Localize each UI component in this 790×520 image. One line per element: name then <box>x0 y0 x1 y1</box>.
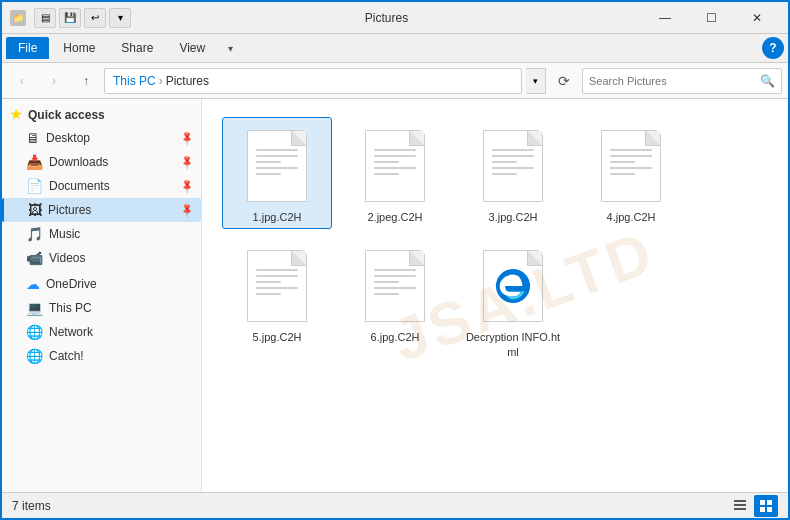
quick-access-label: Quick access <box>28 108 105 122</box>
maximize-button[interactable]: ☐ <box>688 2 734 34</box>
search-input[interactable] <box>589 75 760 87</box>
file-name-1jpg: 1.jpg.C2H <box>253 210 302 224</box>
doc-lines <box>374 269 416 299</box>
sidebar-item-label-music: Music <box>49 227 80 241</box>
sidebar-item-label-documents: Documents <box>49 179 110 193</box>
sidebar-item-label-onedrive: OneDrive <box>46 277 97 291</box>
sidebar-item-label-network: Network <box>49 325 93 339</box>
file-item-1jpg[interactable]: 1.jpg.C2H <box>222 117 332 229</box>
qat-undo-button[interactable]: ↩ <box>84 8 106 28</box>
sidebar-item-downloads[interactable]: 📥 Downloads 📌 <box>2 150 201 174</box>
pin-icon-desktop: 📌 <box>179 130 195 146</box>
file-icon-1jpg <box>242 126 312 206</box>
search-icon[interactable]: 🔍 <box>760 74 775 88</box>
quick-access-toolbar: ▤ 💾 ↩ ▾ <box>34 8 131 28</box>
sidebar-item-documents[interactable]: 📄 Documents 📌 <box>2 174 201 198</box>
file-item-3jpg[interactable]: 3.jpg.C2H <box>458 117 568 229</box>
main-area: ★ Quick access 🖥 Desktop 📌 📥 Downloads 📌… <box>2 99 788 492</box>
document-page-icon <box>247 250 307 322</box>
file-item-decryption[interactable]: Decryption INFO.html <box>458 237 568 364</box>
sidebar-item-label-desktop: Desktop <box>46 131 90 145</box>
edge-icon <box>494 267 532 305</box>
forward-button[interactable]: › <box>40 68 68 94</box>
star-icon: ★ <box>10 107 22 122</box>
ribbon: File Home Share View ▾ ? <box>2 34 788 63</box>
file-name-decryption: Decryption INFO.html <box>465 330 561 359</box>
file-icon-2jpeg <box>360 126 430 206</box>
svg-rect-1 <box>734 500 746 502</box>
doc-lines <box>256 269 298 299</box>
sidebar-item-label-videos: Videos <box>49 251 85 265</box>
file-grid: 1.jpg.C2H <box>222 109 768 372</box>
search-box[interactable]: 🔍 <box>582 68 782 94</box>
svg-rect-5 <box>767 500 772 505</box>
sidebar-item-network[interactable]: 🌐 Network <box>2 320 201 344</box>
downloads-folder-icon: 📥 <box>26 154 43 170</box>
sidebar-item-onedrive[interactable]: ☁ OneDrive <box>2 272 201 296</box>
document-page-icon <box>365 130 425 202</box>
tab-view[interactable]: View <box>167 37 217 59</box>
file-item-6jpg[interactable]: 6.jpg.C2H <box>340 237 450 364</box>
title-bar-system-icons: 📁 <box>10 10 26 26</box>
desktop-folder-icon: 🖥 <box>26 130 40 146</box>
path-segment-thispc[interactable]: This PC <box>113 74 156 88</box>
quick-access-header[interactable]: ★ Quick access <box>2 103 201 126</box>
file-item-2jpeg[interactable]: 2.jpeg.C2H <box>340 117 450 229</box>
address-path[interactable]: This PC › Pictures <box>104 68 522 94</box>
file-icon-5jpg <box>242 246 312 326</box>
back-button[interactable]: ‹ <box>8 68 36 94</box>
sidebar-item-music[interactable]: 🎵 Music <box>2 222 201 246</box>
doc-lines <box>374 149 416 179</box>
sidebar-item-catch[interactable]: 🌐 Catch! <box>2 344 201 368</box>
document-page-icon <box>365 250 425 322</box>
sidebar-section-other: ☁ OneDrive 💻 This PC 🌐 Network 🌐 Catch! <box>2 272 201 368</box>
address-dropdown-button[interactable]: ▾ <box>526 68 546 94</box>
tab-home[interactable]: Home <box>51 37 107 59</box>
sidebar-item-thispc[interactable]: 💻 This PC <box>2 296 201 320</box>
sidebar-item-desktop[interactable]: 🖥 Desktop 📌 <box>2 126 201 150</box>
tab-file[interactable]: File <box>6 37 49 59</box>
sidebar-item-videos[interactable]: 📹 Videos <box>2 246 201 270</box>
document-page-icon <box>247 130 307 202</box>
svg-rect-2 <box>734 504 746 506</box>
window-title: Pictures <box>131 11 642 25</box>
grid-view-icon <box>759 499 773 513</box>
sidebar-section-quickaccess: ★ Quick access 🖥 Desktop 📌 📥 Downloads 📌… <box>2 103 201 270</box>
close-button[interactable]: ✕ <box>734 2 780 34</box>
up-button[interactable]: ↑ <box>72 68 100 94</box>
app-icon: 📁 <box>10 10 26 26</box>
ribbon-expand-icon[interactable]: ▾ <box>219 37 241 59</box>
qat-dropdown-button[interactable]: ▾ <box>109 8 131 28</box>
list-view-button[interactable] <box>728 495 752 517</box>
tab-share[interactable]: Share <box>109 37 165 59</box>
qat-save-button[interactable]: 💾 <box>59 8 81 28</box>
file-name-3jpg: 3.jpg.C2H <box>489 210 538 224</box>
file-icon-decryption <box>478 246 548 326</box>
onedrive-icon: ☁ <box>26 276 40 292</box>
file-item-5jpg[interactable]: 5.jpg.C2H <box>222 237 332 364</box>
catch-icon: 🌐 <box>26 348 43 364</box>
item-count: 7 items <box>12 499 51 513</box>
path-segment-pictures[interactable]: Pictures <box>166 74 209 88</box>
sidebar-item-pictures[interactable]: 🖼 Pictures 📌 <box>2 198 201 222</box>
help-button[interactable]: ? <box>762 37 784 59</box>
svg-rect-7 <box>767 507 772 512</box>
ribbon-tabs: File Home Share View ▾ ? <box>2 34 788 62</box>
svg-rect-3 <box>734 508 746 510</box>
pin-icon-pictures: 📌 <box>179 202 195 218</box>
file-name-5jpg: 5.jpg.C2H <box>253 330 302 344</box>
thispc-icon: 💻 <box>26 300 43 316</box>
grid-view-button[interactable] <box>754 495 778 517</box>
sidebar-item-label-catch: Catch! <box>49 349 84 363</box>
file-icon-3jpg <box>478 126 548 206</box>
file-item-4jpg[interactable]: 4.jpg.C2H <box>576 117 686 229</box>
svg-rect-6 <box>760 507 765 512</box>
document-page-icon <box>483 250 543 322</box>
pin-icon-downloads: 📌 <box>179 154 195 170</box>
file-area: 1.jpg.C2H <box>202 99 788 492</box>
minimize-button[interactable]: — <box>642 2 688 34</box>
sidebar-item-label-downloads: Downloads <box>49 155 108 169</box>
network-icon: 🌐 <box>26 324 43 340</box>
qat-properties-button[interactable]: ▤ <box>34 8 56 28</box>
refresh-button[interactable]: ⟳ <box>550 68 578 94</box>
